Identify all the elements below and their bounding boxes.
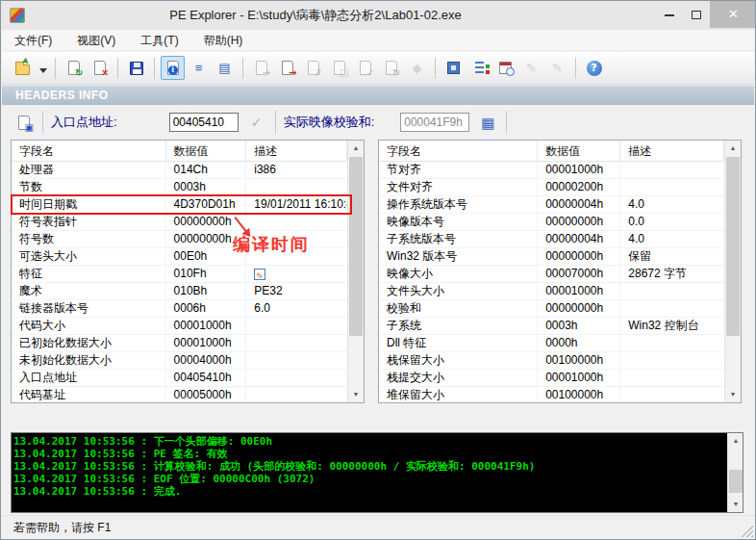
- compare-arrows-icon: ◆: [413, 62, 422, 74]
- cell-desc: [620, 162, 724, 178]
- table-row[interactable]: Dll 特征0000h: [379, 335, 724, 352]
- recalculate-checksum-button[interactable]: ▦: [477, 112, 498, 133]
- table-row[interactable]: 子系统版本号00000004h4.0: [379, 231, 724, 248]
- headers-info-button[interactable]: i: [161, 56, 185, 80]
- column-header-desc[interactable]: 描述: [246, 141, 347, 161]
- table-row[interactable]: 可选头大小00E0h: [12, 248, 347, 266]
- cell-name: 符号数: [12, 231, 166, 247]
- table-row[interactable]: 处理器014Chi386: [12, 162, 347, 179]
- scroll-up-icon[interactable]: ▲: [725, 141, 741, 156]
- scroll-down-icon[interactable]: ▼: [728, 497, 743, 512]
- table-row[interactable]: 代码大小00001000h: [12, 318, 347, 335]
- open-file-dropdown[interactable]: [37, 56, 49, 80]
- timestamp-adjuster-button[interactable]: [493, 56, 517, 80]
- table-row[interactable]: 映像大小00007000h28672 字节: [379, 266, 724, 283]
- right-table-scrollbar[interactable]: ▲ ▼: [724, 141, 741, 402]
- table-row[interactable]: Win32 版本号00000000h保留: [379, 248, 724, 266]
- column-header-desc[interactable]: 描述: [620, 141, 724, 161]
- scroll-up-icon[interactable]: ▲: [348, 141, 364, 156]
- cell-name: 已初始化数据大小: [12, 335, 166, 351]
- scrollbar-thumb[interactable]: [726, 157, 740, 336]
- help-icon: [587, 61, 602, 76]
- save-file-button[interactable]: [124, 56, 148, 80]
- cell-name: 未初始化数据大小: [12, 352, 166, 369]
- entry-point-input[interactable]: [169, 113, 239, 132]
- cell-desc: [246, 179, 347, 195]
- table-row[interactable]: 节对齐00001000h: [379, 162, 724, 179]
- scrollbar-thumb[interactable]: [729, 470, 743, 493]
- table-row[interactable]: 子系统0003hWin32 控制台: [379, 318, 724, 335]
- menu-item-tools[interactable]: 工具(T): [128, 30, 190, 51]
- table-row[interactable]: 栈保留大小00100000h: [379, 352, 724, 370]
- page-info-icon: i: [167, 61, 179, 75]
- maximize-button[interactable]: [684, 1, 709, 28]
- console-scrollbar[interactable]: ▲ ▼: [727, 433, 743, 512]
- table-row[interactable]: 链接器版本号0006h6.0: [12, 300, 347, 318]
- checksum-input[interactable]: [400, 113, 469, 132]
- cell-desc: 0.0: [620, 214, 724, 230]
- separator: [506, 111, 507, 134]
- table-row[interactable]: 时间日期戳4D370D01h19/01/2011 16:10:41: [12, 196, 347, 214]
- disassembler-button[interactable]: [441, 56, 466, 80]
- column-header-field[interactable]: 字段名: [379, 141, 538, 161]
- cell-value: 00000200h: [538, 179, 620, 195]
- section-headers-button[interactable]: ≡: [187, 56, 211, 80]
- scroll-down-icon[interactable]: ▼: [348, 387, 364, 402]
- close-button[interactable]: ✕: [710, 1, 756, 28]
- scroll-down-icon[interactable]: ▼: [725, 387, 741, 402]
- statusbar: 若需帮助，请按 F1: [1, 515, 755, 539]
- table-row[interactable]: 魔术010BhPE32: [12, 283, 347, 300]
- table-row[interactable]: 映像版本号00000000h0.0: [379, 214, 724, 231]
- scrollbar-thumb[interactable]: [349, 157, 363, 336]
- wand-plus-icon: ✎: [552, 62, 563, 74]
- import-button[interactable]: →: [275, 56, 299, 80]
- entry-point-label: 入口点地址:: [51, 114, 117, 131]
- cell-desc: [246, 248, 347, 265]
- table-row[interactable]: 符号数00000000h: [12, 231, 347, 248]
- column-header-field[interactable]: 字段名: [12, 141, 166, 161]
- dependency-scanner-button[interactable]: [467, 56, 491, 80]
- wand-icon: ✎: [526, 62, 537, 74]
- cell-name: 时间日期戳: [12, 196, 166, 213]
- left-table-scrollbar[interactable]: ▲ ▼: [347, 141, 364, 402]
- cell-value: 0006h: [166, 300, 247, 317]
- menu-item-help[interactable]: 帮助(H): [191, 30, 256, 51]
- close-file-button[interactable]: ✕: [88, 56, 112, 80]
- table-row[interactable]: 入口点地址00405410h: [12, 370, 347, 387]
- minimize-button[interactable]: [657, 1, 682, 28]
- menu-item-view[interactable]: 视图(V): [64, 30, 128, 51]
- copy-report-button[interactable]: ▣: [13, 112, 35, 133]
- resize-grip[interactable]: [741, 525, 753, 537]
- scroll-up-icon[interactable]: ▲: [728, 433, 743, 449]
- column-header-value[interactable]: 数据值: [166, 141, 247, 161]
- cell-desc: [246, 231, 347, 247]
- open-file-button[interactable]: [11, 56, 35, 80]
- table-row[interactable]: 堆保留大小00100000h: [379, 387, 724, 402]
- table-row[interactable]: 节数0003h: [12, 179, 347, 196]
- table-row[interactable]: 特征010Fh: [12, 266, 347, 283]
- data-directories-icon: ▤: [218, 62, 230, 74]
- cell-value: 00001000h: [538, 370, 620, 386]
- table-row[interactable]: 未初始化数据大小00004000h: [12, 352, 347, 370]
- report-icon: ▣: [18, 116, 30, 130]
- table-row[interactable]: 校验和00000000h: [379, 300, 724, 318]
- table-row[interactable]: 代码基址00005000h: [12, 387, 347, 402]
- table-row[interactable]: 文件头大小00001000h: [379, 283, 724, 300]
- table-row[interactable]: 符号表指针00000000h: [12, 214, 347, 231]
- table-row[interactable]: 文件对齐00000200h: [379, 179, 724, 196]
- table-row[interactable]: 已初始化数据大小00001000h: [12, 335, 347, 352]
- data-directories-button[interactable]: ▤: [213, 56, 237, 80]
- menu-item-file[interactable]: 文件(F): [2, 30, 64, 51]
- table-row[interactable]: 操作系统版本号00000004h4.0: [379, 196, 724, 214]
- cell-value: 0000h: [538, 335, 620, 351]
- table-row[interactable]: 栈提交大小00001000h: [379, 370, 724, 387]
- help-button[interactable]: [582, 56, 606, 80]
- cell-desc: [620, 387, 724, 402]
- column-header-value[interactable]: 数据值: [538, 141, 620, 161]
- cell-value: 010Fh: [166, 266, 247, 282]
- reload-file-button[interactable]: ↻: [62, 56, 86, 80]
- cell-value: 00000000h: [166, 231, 247, 247]
- unpacker-button: ✎: [519, 56, 543, 80]
- compare-button: ◆: [405, 56, 429, 80]
- apply-entry-point-button[interactable]: ✓: [246, 112, 267, 133]
